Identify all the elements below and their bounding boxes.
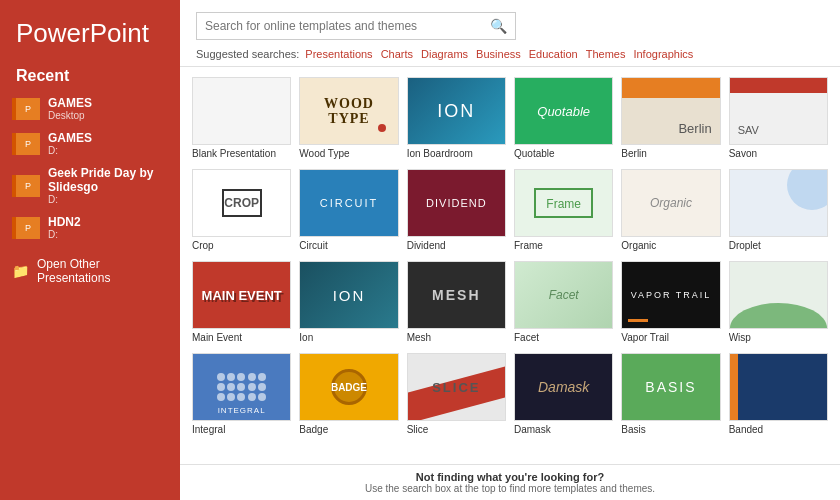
- template-name: Ion Boardroom: [407, 148, 506, 159]
- template-thumb: WOODTYPE: [299, 77, 398, 145]
- facet-text: Facet: [549, 288, 579, 302]
- recent-sub: Desktop: [48, 110, 92, 121]
- suggested-link-2[interactable]: Diagrams: [421, 48, 468, 60]
- template-item[interactable]: Banded: [729, 353, 828, 435]
- mesh-text: MESH: [432, 287, 480, 303]
- template-name: Basis: [621, 424, 720, 435]
- template-name: Frame: [514, 240, 613, 251]
- suggested-link-6[interactable]: Infographics: [633, 48, 693, 60]
- template-item[interactable]: Blank Presentation: [192, 77, 291, 159]
- template-thumb: CROP: [192, 169, 291, 237]
- ppt-icon: P: [12, 98, 40, 120]
- template-item[interactable]: Quotable Quotable: [514, 77, 613, 159]
- badge-text: BADGE: [331, 382, 367, 393]
- basis-text: BASIS: [645, 379, 696, 395]
- recent-name: Geek Pride Day by Slidesgo: [48, 166, 168, 194]
- recent-name: HDN2: [48, 215, 81, 229]
- template-thumb: Berlin: [621, 77, 720, 145]
- template-thumb: ION: [407, 77, 506, 145]
- template-item[interactable]: ION Ion Boardroom: [407, 77, 506, 159]
- recent-text: GAMES Desktop: [48, 96, 92, 121]
- recent-item[interactable]: P Geek Pride Day by Slidesgo D:: [0, 161, 180, 210]
- template-item[interactable]: BADGE Badge: [299, 353, 398, 435]
- savon-text: SAV: [738, 124, 759, 136]
- template-item[interactable]: Facet Facet: [514, 261, 613, 343]
- quotable-text: Quotable: [537, 104, 590, 119]
- savon-bar: [730, 78, 827, 93]
- template-name: Blank Presentation: [192, 148, 291, 159]
- template-name: Facet: [514, 332, 613, 343]
- search-input[interactable]: [205, 19, 490, 33]
- template-item[interactable]: Frame Frame: [514, 169, 613, 251]
- template-item[interactable]: BASIS Basis: [621, 353, 720, 435]
- suggested-link-0[interactable]: Presentations: [305, 48, 372, 60]
- wisp-curve: [730, 303, 827, 328]
- template-name: Wood Type: [299, 148, 398, 159]
- template-item[interactable]: ION Ion: [299, 261, 398, 343]
- template-name: Main Event: [192, 332, 291, 343]
- ion2-text: ION: [333, 287, 366, 304]
- template-name: Badge: [299, 424, 398, 435]
- suggested-link-5[interactable]: Themes: [586, 48, 626, 60]
- template-thumb: Facet: [514, 261, 613, 329]
- template-thumb: DIVIDEND: [407, 169, 506, 237]
- template-item[interactable]: Wisp: [729, 261, 828, 343]
- template-item[interactable]: INTEGRAL Integral: [192, 353, 291, 435]
- footer: Not finding what you're looking for? Use…: [180, 464, 840, 500]
- integral-pattern: [217, 373, 267, 401]
- template-name: Mesh: [407, 332, 506, 343]
- template-thumb: [729, 261, 828, 329]
- template-thumb: CIRCUIT: [299, 169, 398, 237]
- template-thumb: [729, 353, 828, 421]
- template-thumb: BADGE: [299, 353, 398, 421]
- recent-item[interactable]: P GAMES D:: [0, 126, 180, 161]
- recent-item[interactable]: P GAMES Desktop: [0, 91, 180, 126]
- recent-item[interactable]: P HDN2 D:: [0, 210, 180, 245]
- app-title: PowerPoint: [0, 0, 180, 59]
- recent-sub: D:: [48, 229, 81, 240]
- recent-text: Geek Pride Day by Slidesgo D:: [48, 166, 168, 205]
- mainevent-text: MAIN EVENT: [202, 288, 282, 303]
- ppt-icon: P: [12, 175, 40, 197]
- templates-area: Blank Presentation WOODTYPE Wood Type IO…: [180, 67, 840, 464]
- template-name: Slice: [407, 424, 506, 435]
- template-thumb: BASIS: [621, 353, 720, 421]
- template-thumb: Damask: [514, 353, 613, 421]
- search-icon[interactable]: 🔍: [490, 18, 507, 34]
- template-item[interactable]: CIRCUIT Circuit: [299, 169, 398, 251]
- template-thumb: ION: [299, 261, 398, 329]
- dividend-text: DIVIDEND: [426, 197, 487, 209]
- suggested-link-1[interactable]: Charts: [381, 48, 413, 60]
- template-item[interactable]: SLICE Slice: [407, 353, 506, 435]
- open-other-label: Open Other Presentations: [37, 257, 168, 285]
- woodtype-dot: [378, 124, 386, 132]
- recent-label: Recent: [0, 59, 180, 91]
- template-name: Savon: [729, 148, 828, 159]
- template-item[interactable]: WOODTYPE Wood Type: [299, 77, 398, 159]
- template-item[interactable]: SAV Savon: [729, 77, 828, 159]
- template-name: Berlin: [621, 148, 720, 159]
- template-thumb: MAIN EVENT: [192, 261, 291, 329]
- open-other-button[interactable]: 📁 Open Other Presentations: [0, 249, 180, 293]
- template-name: Damask: [514, 424, 613, 435]
- template-item[interactable]: Berlin Berlin: [621, 77, 720, 159]
- search-bar: 🔍: [196, 12, 516, 40]
- template-item[interactable]: CROP Crop: [192, 169, 291, 251]
- template-item[interactable]: MESH Mesh: [407, 261, 506, 343]
- template-item[interactable]: MAIN EVENT Main Event: [192, 261, 291, 343]
- template-item[interactable]: Organic Organic: [621, 169, 720, 251]
- template-thumb: SAV: [729, 77, 828, 145]
- template-item[interactable]: DIVIDEND Dividend: [407, 169, 506, 251]
- template-name: Wisp: [729, 332, 828, 343]
- template-item[interactable]: VAPOR TRAIL Vapor Trail: [621, 261, 720, 343]
- template-name: Circuit: [299, 240, 398, 251]
- template-item[interactable]: Droplet: [729, 169, 828, 251]
- berlin-label: Berlin: [678, 121, 711, 136]
- slice-text: SLICE: [432, 380, 480, 395]
- template-thumb: Quotable: [514, 77, 613, 145]
- template-thumb: VAPOR TRAIL: [621, 261, 720, 329]
- suggested-link-4[interactable]: Education: [529, 48, 578, 60]
- suggested-link-3[interactable]: Business: [476, 48, 521, 60]
- template-item[interactable]: Damask Damask: [514, 353, 613, 435]
- template-name: Banded: [729, 424, 828, 435]
